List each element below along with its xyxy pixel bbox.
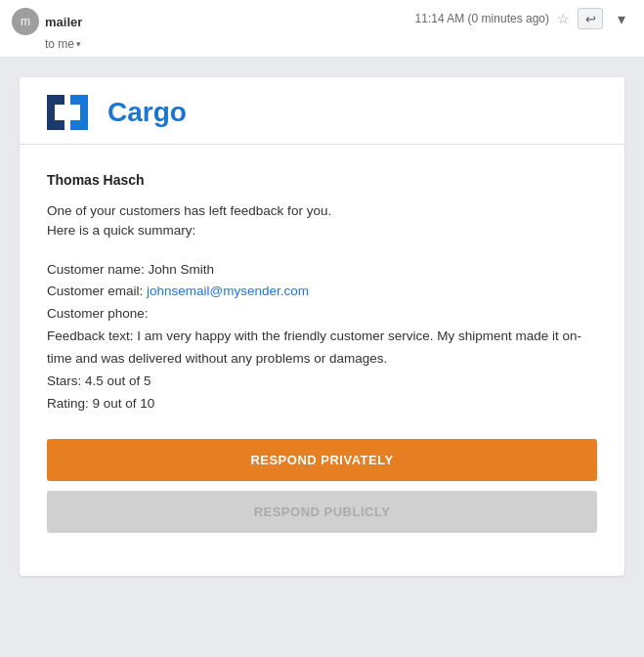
rating-row: Rating: 9 out of 10 bbox=[47, 393, 597, 416]
timestamp: 11:14 AM (0 minutes ago) bbox=[415, 12, 549, 25]
stars-label: Stars: bbox=[47, 373, 81, 388]
svg-rect-2 bbox=[47, 120, 64, 130]
to-me-row: to me ▾ bbox=[45, 37, 82, 51]
logo-section: Cargo bbox=[20, 77, 624, 145]
buttons-section: RESPOND PRIVATELY RESPOND PUBLICLY bbox=[47, 439, 597, 552]
customer-email-label: Customer email: bbox=[47, 284, 143, 298]
avatar: m bbox=[12, 8, 39, 35]
rating-value: 9 out of 10 bbox=[93, 396, 155, 411]
reply-icon: ↩ bbox=[585, 12, 596, 26]
reply-button[interactable]: ↩ bbox=[578, 8, 603, 29]
customer-email-row: Customer email: johnsemail@mysender.com bbox=[47, 281, 597, 303]
svg-rect-6 bbox=[70, 105, 80, 120]
sender-row: m mailer bbox=[12, 8, 82, 35]
intro-line1: One of your customers has left feedback … bbox=[47, 203, 331, 218]
email-body-area: Cargo Thomas Hasch One of your customers… bbox=[0, 58, 644, 657]
email-content: Thomas Hasch One of your customers has l… bbox=[20, 145, 624, 576]
customer-phone-label: Customer phone: bbox=[47, 306, 149, 321]
to-me-label: to me bbox=[45, 37, 74, 51]
email-actions: 11:14 AM (0 minutes ago) ☆ ↩ ▾ bbox=[415, 8, 632, 29]
feedback-label: Feedback text: bbox=[47, 328, 134, 343]
more-icon: ▾ bbox=[618, 10, 625, 28]
to-dropdown-icon[interactable]: ▾ bbox=[76, 39, 81, 49]
more-button[interactable]: ▾ bbox=[611, 8, 632, 29]
respond-privately-button[interactable]: RESPOND PRIVATELY bbox=[47, 439, 597, 481]
star-icon[interactable]: ☆ bbox=[557, 11, 570, 26]
svg-rect-5 bbox=[70, 120, 88, 130]
avatar-initial: m bbox=[21, 15, 30, 28]
cargo-logo-icon bbox=[47, 95, 98, 130]
stars-value: 4.5 out of 5 bbox=[85, 373, 151, 388]
email-header: m mailer to me ▾ 11:14 AM (0 minutes ago… bbox=[0, 0, 644, 58]
stars-row: Stars: 4.5 out of 5 bbox=[47, 371, 597, 393]
intro-text: One of your customers has left feedback … bbox=[47, 201, 597, 241]
logo-container: Cargo bbox=[47, 95, 597, 130]
details-section: Customer name: John Smith Customer email… bbox=[47, 259, 597, 416]
sender-name: mailer bbox=[45, 15, 82, 29]
email-card: Cargo Thomas Hasch One of your customers… bbox=[20, 77, 624, 576]
feedback-row: Feedback text: I am very happy with the … bbox=[47, 326, 597, 371]
intro-line2: Here is a quick summary: bbox=[47, 223, 195, 238]
customer-name-row: Customer name: John Smith bbox=[47, 259, 597, 282]
customer-name-value: John Smith bbox=[149, 262, 215, 277]
sender-info: m mailer to me ▾ bbox=[12, 8, 82, 51]
respond-publicly-button[interactable]: RESPOND PUBLICLY bbox=[47, 491, 597, 533]
customer-phone-row: Customer phone: bbox=[47, 303, 597, 326]
rating-label: Rating: bbox=[47, 396, 89, 411]
customer-email-link[interactable]: johnsemail@mysender.com bbox=[147, 284, 309, 298]
logo-text: Cargo bbox=[107, 97, 187, 128]
customer-name-label: Customer name: bbox=[47, 262, 145, 277]
recipient-name: Thomas Hasch bbox=[47, 172, 597, 188]
